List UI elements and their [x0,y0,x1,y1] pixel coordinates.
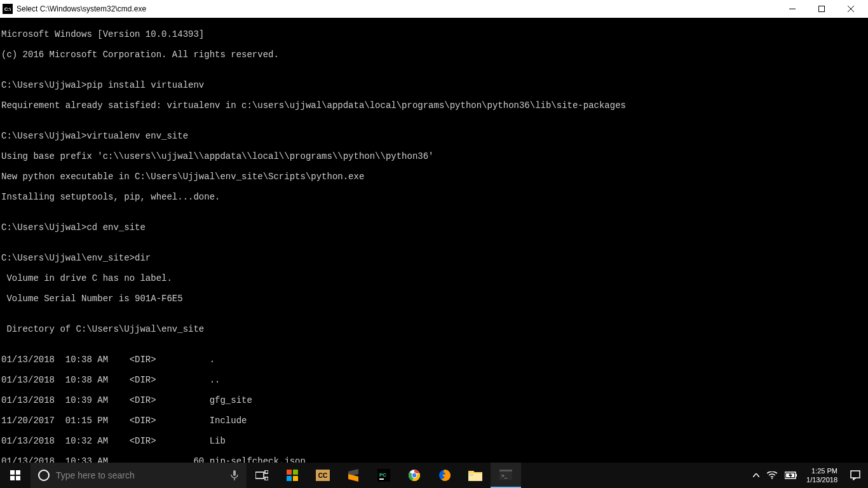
svg-rect-12 [265,477,268,480]
task-view-button[interactable] [247,463,277,488]
taskbar-app-store[interactable] [277,463,308,488]
search-placeholder: Type here to search [56,470,135,480]
window-controls [778,0,865,18]
cortana-icon [38,470,50,481]
svg-rect-13 [287,470,292,475]
taskbar: Type here to search CC PC >_ [0,463,868,488]
terminal-line: Requirement already satisfied: virtualen… [0,100,868,111]
svg-rect-1 [819,6,825,12]
svg-rect-29 [470,475,473,475]
minimize-button[interactable] [778,0,807,18]
terminal-line: C:\Users\Ujjwal\env_site>dir [0,253,868,263]
terminal-output[interactable]: Microsoft Windows [Version 10.0.14393] (… [0,18,868,463]
svg-rect-23 [379,478,384,480]
taskbar-app-file-explorer[interactable] [460,463,491,488]
taskbar-app-firefox[interactable] [430,463,460,488]
terminal-line: 01/13/2018 10:38 AM <DIR> .. [0,375,868,385]
terminal-line: C:\Users\Ujjwal>virtualenv env_site [0,131,868,141]
window-title: Select C:\Windows\system32\cmd.exe [17,4,778,13]
svg-rect-7 [16,476,20,480]
svg-point-33 [771,478,773,479]
window-titlebar: C:\ Select C:\Windows\system32\cmd.exe [0,0,868,18]
svg-rect-37 [851,471,860,478]
svg-rect-35 [796,474,797,477]
terminal-line: Directory of C:\Users\Ujjwal\env_site [0,324,868,334]
terminal-line: (c) 2016 Microsoft Corporation. All righ… [0,50,868,60]
terminal-line: Microsoft Windows [Version 10.0.14393] [0,29,868,39]
svg-rect-4 [10,470,15,475]
taskbar-app-sublime[interactable] [338,463,369,488]
svg-rect-31 [499,470,512,471]
taskbar-app-chrome[interactable] [399,463,430,488]
svg-rect-10 [255,472,264,478]
start-button[interactable] [0,463,31,488]
svg-rect-8 [233,470,236,476]
svg-text:PC: PC [379,472,386,478]
taskbar-app-cc[interactable]: CC [308,463,338,488]
terminal-line: New python executable in C:\Users\Ujjwal… [0,172,868,182]
svg-rect-16 [293,476,298,481]
svg-rect-15 [287,476,292,481]
terminal-line: C:\Users\Ujjwal>cd env_site [0,222,868,233]
taskbar-search[interactable]: Type here to search [31,463,247,488]
terminal-line: Installing setuptools, pip, wheel...done… [0,192,868,202]
svg-rect-5 [16,470,20,475]
action-center-icon[interactable] [843,470,868,480]
terminal-line: 01/13/2018 10:38 AM <DIR> . [0,355,868,365]
wifi-icon[interactable] [763,463,781,488]
microphone-icon[interactable] [230,470,239,481]
terminal-line: 01/13/2018 10:39 AM <DIR> gfg_site [0,395,868,405]
terminal-line: Volume Serial Number is 901A-F6E5 [0,294,868,304]
terminal-line: 01/13/2018 10:32 AM <DIR> Lib [0,436,868,446]
svg-text:>_: >_ [501,473,508,478]
svg-rect-28 [468,473,482,481]
svg-rect-14 [293,470,298,475]
terminal-line: 01/13/2018 10:33 AM 60 pip-selfcheck.jso… [0,456,868,463]
cmd-app-icon: C:\ [3,4,13,14]
clock-time: 1:25 PM [806,466,837,475]
svg-text:CC: CC [318,472,327,479]
svg-rect-11 [265,470,268,473]
terminal-line: 11/20/2017 01:15 PM <DIR> Include [0,416,868,426]
tray-overflow-icon[interactable] [749,463,763,488]
svg-rect-6 [10,476,15,480]
taskbar-app-pycharm[interactable]: PC [369,463,399,488]
clock-date: 1/13/2018 [806,475,837,484]
terminal-line: Volume in drive C has no label. [0,273,868,283]
battery-icon[interactable] [781,463,801,488]
close-button[interactable] [836,0,865,18]
taskbar-apps: CC PC >_ [247,463,521,488]
system-tray: 1:25 PM 1/13/2018 [749,463,868,488]
terminal-line: Using base prefix 'c:\\users\\ujjwal\\ap… [0,151,868,161]
maximize-button[interactable] [807,0,836,18]
taskbar-app-cmd[interactable]: >_ [491,463,521,488]
terminal-line: C:\Users\Ujjwal>pip install virtualenv [0,80,868,90]
taskbar-clock[interactable]: 1:25 PM 1/13/2018 [801,466,843,484]
